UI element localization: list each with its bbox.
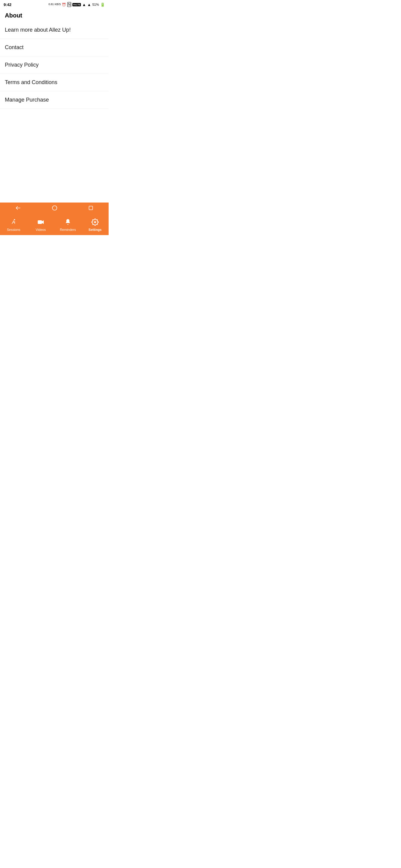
settings-icon [91,218,99,227]
wifi-icon: ▲ [82,2,86,7]
nav-item-reminders[interactable]: Reminders [54,218,82,231]
svg-rect-1 [89,206,93,210]
sessions-icon [10,218,17,227]
battery-icon: 51% [92,3,99,6]
battery-indicator: 🔋 [100,2,105,7]
android-nav-bar [0,203,109,213]
network-speed: 0.81 KB/S [49,3,61,6]
volte-icon: VoLTE [73,3,81,6]
reminders-icon [64,218,71,227]
nav-item-settings[interactable]: Settings [82,218,109,231]
home-button[interactable] [52,205,58,211]
svg-point-0 [52,206,57,210]
status-time: 9:42 [4,2,11,7]
nav-item-videos[interactable]: Videos [27,218,54,231]
videos-icon [37,218,45,227]
menu-item-learn-more[interactable]: Learn more about Allez Up! [0,22,109,39]
nfc-icon: N [67,2,71,7]
page-title: About [0,8,109,22]
back-button[interactable] [15,205,21,211]
menu-item-contact[interactable]: Contact [0,39,109,56]
videos-label: Videos [36,228,46,231]
nav-item-sessions[interactable]: Sessions [0,218,27,231]
menu-item-terms[interactable]: Terms and Conditions [0,74,109,91]
recents-button[interactable] [88,205,93,211]
signal-icon: ▲ [87,2,91,7]
status-icons: 0.81 KB/S ⏰ N VoLTE ▲ ▲ 51% 🔋 [49,2,105,7]
menu-list: Learn more about Allez Up! Contact Priva… [0,22,109,109]
sessions-label: Sessions [7,228,21,231]
menu-item-privacy-policy[interactable]: Privacy Policy [0,56,109,74]
reminders-label: Reminders [60,228,76,231]
svg-point-2 [14,219,15,220]
bottom-navigation: Sessions Videos Reminders Settings [0,213,109,235]
settings-label: Settings [88,228,102,231]
svg-rect-3 [38,220,42,224]
menu-item-manage-purchase[interactable]: Manage Purchase [0,91,109,109]
alarm-icon: ⏰ [62,3,66,7]
status-bar: 9:42 0.81 KB/S ⏰ N VoLTE ▲ ▲ 51% 🔋 [0,0,109,8]
